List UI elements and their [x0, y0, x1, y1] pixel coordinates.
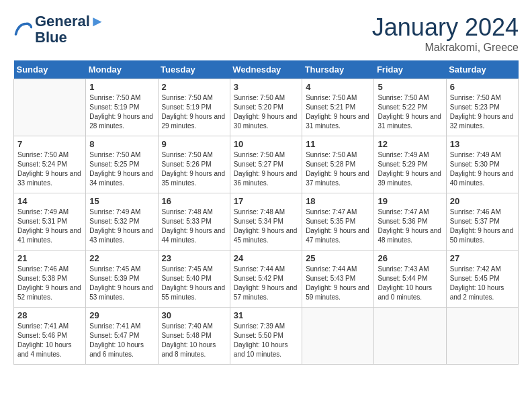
calendar-cell: 23Sunrise: 7:45 AMSunset: 5:40 PMDayligh…	[158, 250, 230, 308]
col-header-thursday: Thursday	[302, 60, 374, 79]
day-number: 28	[17, 310, 82, 320]
calendar-week-row: 1Sunrise: 7:50 AMSunset: 5:19 PMDaylight…	[14, 79, 519, 136]
col-header-monday: Monday	[86, 60, 158, 79]
page-header: General► Blue January 2024 Makrakomi, Gr…	[13, 13, 519, 54]
day-number: 31	[234, 310, 298, 320]
day-info: Sunrise: 7:50 AMSunset: 5:21 PMDaylight:…	[306, 93, 370, 131]
day-info: Sunrise: 7:39 AMSunset: 5:50 PMDaylight:…	[234, 322, 298, 359]
day-info: Sunrise: 7:41 AMSunset: 5:47 PMDaylight:…	[89, 322, 154, 359]
day-number: 16	[162, 196, 226, 206]
day-info: Sunrise: 7:40 AMSunset: 5:48 PMDaylight:…	[162, 322, 226, 359]
calendar-cell: 30Sunrise: 7:40 AMSunset: 5:48 PMDayligh…	[158, 308, 230, 365]
day-info: Sunrise: 7:50 AMSunset: 5:22 PMDaylight:…	[378, 93, 442, 131]
day-number: 21	[17, 253, 82, 263]
day-number: 7	[17, 139, 82, 149]
calendar-cell: 18Sunrise: 7:47 AMSunset: 5:35 PMDayligh…	[302, 193, 374, 250]
day-number: 5	[378, 82, 442, 92]
calendar-cell: 13Sunrise: 7:49 AMSunset: 5:30 PMDayligh…	[446, 136, 518, 193]
calendar-cell: 11Sunrise: 7:50 AMSunset: 5:28 PMDayligh…	[302, 136, 374, 193]
day-info: Sunrise: 7:44 AMSunset: 5:42 PMDaylight:…	[234, 265, 298, 302]
day-info: Sunrise: 7:50 AMSunset: 5:26 PMDaylight:…	[162, 150, 226, 188]
calendar-cell	[374, 308, 446, 365]
calendar-cell: 29Sunrise: 7:41 AMSunset: 5:47 PMDayligh…	[86, 308, 158, 365]
calendar-cell: 3Sunrise: 7:50 AMSunset: 5:20 PMDaylight…	[230, 79, 302, 136]
calendar-cell	[302, 308, 374, 365]
calendar-week-row: 21Sunrise: 7:46 AMSunset: 5:38 PMDayligh…	[14, 250, 519, 308]
calendar-cell: 5Sunrise: 7:50 AMSunset: 5:22 PMDaylight…	[374, 79, 446, 136]
calendar-cell: 8Sunrise: 7:50 AMSunset: 5:25 PMDaylight…	[86, 136, 158, 193]
calendar-cell: 16Sunrise: 7:48 AMSunset: 5:33 PMDayligh…	[158, 193, 230, 250]
day-number: 9	[162, 139, 226, 149]
calendar-cell: 19Sunrise: 7:47 AMSunset: 5:36 PMDayligh…	[374, 193, 446, 250]
col-header-sunday: Sunday	[14, 60, 86, 79]
logo-icon	[13, 20, 32, 39]
day-info: Sunrise: 7:41 AMSunset: 5:46 PMDaylight:…	[17, 322, 82, 359]
day-info: Sunrise: 7:50 AMSunset: 5:28 PMDaylight:…	[306, 150, 370, 188]
day-info: Sunrise: 7:44 AMSunset: 5:43 PMDaylight:…	[306, 265, 370, 302]
day-number: 30	[162, 310, 226, 320]
day-number: 4	[306, 82, 370, 92]
day-info: Sunrise: 7:50 AMSunset: 5:23 PMDaylight:…	[450, 93, 515, 131]
title-area: January 2024 Makrakomi, Greece	[372, 13, 519, 54]
calendar-cell: 25Sunrise: 7:44 AMSunset: 5:43 PMDayligh…	[302, 250, 374, 308]
calendar-cell: 15Sunrise: 7:49 AMSunset: 5:32 PMDayligh…	[86, 193, 158, 250]
calendar-cell	[14, 79, 86, 136]
calendar-cell: 24Sunrise: 7:44 AMSunset: 5:42 PMDayligh…	[230, 250, 302, 308]
calendar-cell: 20Sunrise: 7:46 AMSunset: 5:37 PMDayligh…	[446, 193, 518, 250]
day-number: 11	[306, 139, 370, 149]
day-info: Sunrise: 7:43 AMSunset: 5:44 PMDaylight:…	[378, 265, 442, 302]
day-number: 12	[378, 139, 442, 149]
calendar-week-row: 7Sunrise: 7:50 AMSunset: 5:24 PMDaylight…	[14, 136, 519, 193]
day-number: 17	[234, 196, 298, 206]
day-info: Sunrise: 7:45 AMSunset: 5:39 PMDaylight:…	[89, 265, 154, 302]
day-info: Sunrise: 7:49 AMSunset: 5:32 PMDaylight:…	[89, 208, 154, 245]
day-number: 20	[450, 196, 515, 206]
col-header-saturday: Saturday	[446, 60, 518, 79]
calendar-cell: 1Sunrise: 7:50 AMSunset: 5:19 PMDaylight…	[86, 79, 158, 136]
calendar-cell: 7Sunrise: 7:50 AMSunset: 5:24 PMDaylight…	[14, 136, 86, 193]
calendar-cell: 22Sunrise: 7:45 AMSunset: 5:39 PMDayligh…	[86, 250, 158, 308]
day-info: Sunrise: 7:50 AMSunset: 5:27 PMDaylight:…	[234, 150, 298, 188]
day-info: Sunrise: 7:49 AMSunset: 5:29 PMDaylight:…	[378, 150, 442, 188]
day-info: Sunrise: 7:50 AMSunset: 5:24 PMDaylight:…	[17, 150, 82, 188]
calendar-table: SundayMondayTuesdayWednesdayThursdayFrid…	[13, 60, 519, 365]
calendar-cell: 4Sunrise: 7:50 AMSunset: 5:21 PMDaylight…	[302, 79, 374, 136]
day-info: Sunrise: 7:42 AMSunset: 5:45 PMDaylight:…	[450, 265, 515, 302]
day-number: 25	[306, 253, 370, 263]
calendar-cell: 10Sunrise: 7:50 AMSunset: 5:27 PMDayligh…	[230, 136, 302, 193]
day-info: Sunrise: 7:46 AMSunset: 5:38 PMDaylight:…	[17, 265, 82, 302]
day-number: 18	[306, 196, 370, 206]
day-info: Sunrise: 7:50 AMSunset: 5:19 PMDaylight:…	[89, 93, 154, 131]
calendar-cell: 27Sunrise: 7:42 AMSunset: 5:45 PMDayligh…	[446, 250, 518, 308]
day-number: 13	[450, 139, 515, 149]
day-info: Sunrise: 7:48 AMSunset: 5:34 PMDaylight:…	[234, 208, 298, 245]
day-number: 19	[378, 196, 442, 206]
calendar-cell: 6Sunrise: 7:50 AMSunset: 5:23 PMDaylight…	[446, 79, 518, 136]
day-info: Sunrise: 7:49 AMSunset: 5:31 PMDaylight:…	[17, 208, 82, 245]
day-number: 10	[234, 139, 298, 149]
month-title: January 2024	[372, 13, 519, 42]
day-number: 27	[450, 253, 515, 263]
day-info: Sunrise: 7:47 AMSunset: 5:36 PMDaylight:…	[378, 208, 442, 245]
day-number: 6	[450, 82, 515, 92]
calendar-cell: 12Sunrise: 7:49 AMSunset: 5:29 PMDayligh…	[374, 136, 446, 193]
day-info: Sunrise: 7:50 AMSunset: 5:19 PMDaylight:…	[162, 93, 226, 131]
day-number: 23	[162, 253, 226, 263]
day-info: Sunrise: 7:47 AMSunset: 5:35 PMDaylight:…	[306, 208, 370, 245]
calendar-cell: 28Sunrise: 7:41 AMSunset: 5:46 PMDayligh…	[14, 308, 86, 365]
day-number: 24	[234, 253, 298, 263]
calendar-cell: 14Sunrise: 7:49 AMSunset: 5:31 PMDayligh…	[14, 193, 86, 250]
day-info: Sunrise: 7:50 AMSunset: 5:20 PMDaylight:…	[234, 93, 298, 131]
calendar-cell: 31Sunrise: 7:39 AMSunset: 5:50 PMDayligh…	[230, 308, 302, 365]
col-header-wednesday: Wednesday	[230, 60, 302, 79]
calendar-cell: 17Sunrise: 7:48 AMSunset: 5:34 PMDayligh…	[230, 193, 302, 250]
logo: General► Blue	[13, 13, 105, 46]
day-number: 3	[234, 82, 298, 92]
day-number: 14	[17, 196, 82, 206]
col-header-tuesday: Tuesday	[158, 60, 230, 79]
calendar-header-row: SundayMondayTuesdayWednesdayThursdayFrid…	[14, 60, 519, 79]
day-number: 8	[89, 139, 154, 149]
day-info: Sunrise: 7:48 AMSunset: 5:33 PMDaylight:…	[162, 208, 226, 245]
location: Makrakomi, Greece	[372, 42, 519, 54]
day-info: Sunrise: 7:46 AMSunset: 5:37 PMDaylight:…	[450, 208, 515, 245]
